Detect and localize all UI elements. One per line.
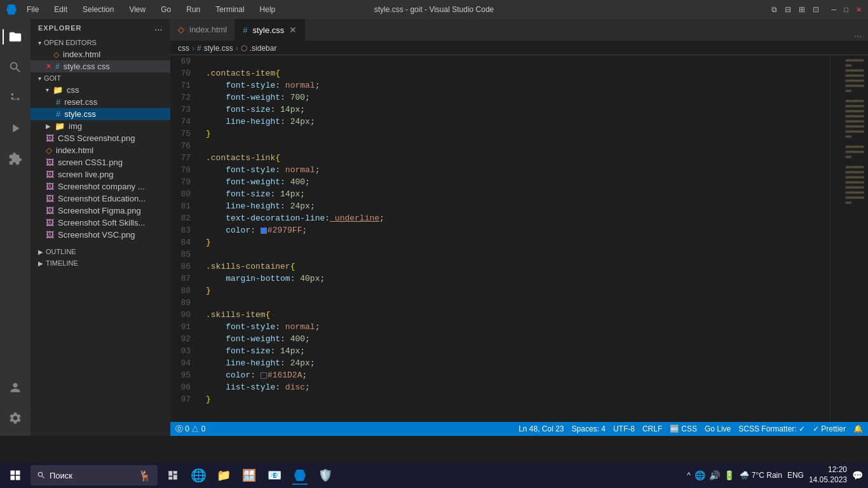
code-line-77: .contacts-link{ (206, 152, 830, 164)
encoding[interactable]: UTF-8 (613, 424, 635, 433)
project-section[interactable]: ▾ GOIT (31, 72, 170, 84)
maximize-button[interactable]: □ (844, 6, 848, 13)
code-line-90: .skills-item{ (206, 309, 830, 321)
app-icon (6, 4, 17, 15)
breadcrumb-css[interactable]: css (178, 44, 189, 53)
split-icon[interactable]: ⊟ (785, 5, 791, 14)
file-css-screenshot[interactable]: 🖼 CSS Screenshot.png (31, 132, 170, 144)
tray-battery[interactable]: 🔋 (724, 470, 735, 480)
activity-source-control[interactable] (3, 85, 28, 111)
tabs-more-button[interactable]: ··· (848, 30, 868, 41)
open-editor-index-html[interactable]: ◇ index.html (31, 48, 170, 60)
tray-network[interactable]: 🌐 (695, 470, 705, 480)
breadcrumb-sep2: › (236, 44, 238, 53)
close-icon[interactable]: ✕ (46, 62, 51, 71)
code-line-75: } (206, 128, 830, 140)
menu-file[interactable]: File (22, 3, 44, 16)
breadcrumb-style-css[interactable]: style.css (204, 44, 233, 53)
main-area: EXPLORER ... ▾ OPEN EDITORS ◇ index.html… (0, 19, 868, 436)
file-style-css[interactable]: # style.css (31, 108, 170, 120)
activity-settings[interactable] (3, 405, 28, 431)
line-numbers: 6970717273 7475767778 7980818283 8485868… (170, 55, 196, 405)
folder-img-arrow: ▶ (46, 123, 51, 130)
file-reset-css[interactable]: # reset.css (31, 96, 170, 108)
code-content[interactable]: .contacts-item{ font-style: normal; font… (196, 55, 830, 405)
open-editors-section[interactable]: ▾ OPEN EDITORS (31, 37, 170, 48)
layout-icon[interactable]: ⧉ (771, 5, 777, 14)
menu-terminal[interactable]: Terminal (210, 3, 249, 16)
tray-volume[interactable]: 🔊 (709, 470, 720, 480)
taskbar-vscode-active[interactable] (290, 465, 310, 485)
search-placeholder: Поиск (50, 471, 72, 480)
activity-extensions[interactable] (3, 146, 28, 172)
breadcrumb-sidebar[interactable]: .sidebar (250, 44, 277, 53)
customize-icon[interactable]: ⊡ (813, 5, 819, 14)
clock[interactable]: 12:20 14.05.2023 (809, 465, 847, 485)
go-live-button[interactable]: Go Live (705, 424, 731, 433)
taskbar-edge[interactable]: 🌐 (188, 465, 208, 485)
notification-center[interactable]: 💬 (852, 470, 863, 480)
file-screenshot-company[interactable]: 🖼 Screenshot company ... (31, 180, 170, 193)
tray-weather[interactable]: 🌧️ 7°C Rain (740, 471, 782, 480)
outline-section[interactable]: ▶ OUTLINE (31, 246, 170, 257)
file-screen-css1[interactable]: 🖼 screen CSS1.png (31, 156, 170, 168)
menu-selection[interactable]: Selection (78, 3, 119, 16)
breadcrumb-class-icon: ⬡ (241, 44, 247, 53)
tab-style-css[interactable]: # style.css ✕ (235, 19, 305, 41)
code-line-70: .contacts-item{ (206, 67, 830, 79)
file-screenshot-vsc[interactable]: 🖼 Screenshot VSC.png (31, 229, 170, 241)
code-line-84: } (206, 236, 830, 248)
tray-arrow[interactable]: ^ (687, 471, 691, 480)
folder-css[interactable]: ▾ 📁 css (31, 84, 170, 96)
file-screen-live[interactable]: 🖼 screen live.png (31, 168, 170, 180)
cursor-position[interactable]: Ln 48, Col 23 (519, 424, 564, 433)
taskbar-search[interactable]: Поиск 🦌 (31, 465, 158, 485)
minimize-button[interactable]: ─ (832, 6, 837, 13)
activity-run-debug[interactable] (3, 116, 28, 141)
menu-go[interactable]: Go (156, 3, 176, 16)
spaces[interactable]: Spaces: 4 (572, 424, 606, 433)
prettier[interactable]: ✓ Prettier (813, 424, 846, 433)
notifications-icon[interactable]: 🔔 (853, 424, 863, 433)
activity-search[interactable] (3, 55, 28, 80)
menu-run[interactable]: Run (181, 3, 205, 16)
menu-view[interactable]: View (124, 3, 151, 16)
activity-avatar[interactable] (3, 375, 28, 400)
task-view-button[interactable] (163, 465, 183, 485)
menu-help[interactable]: Help (255, 3, 281, 16)
editor-container: 6970717273 7475767778 7980818283 8485868… (170, 55, 868, 422)
taskbar-vpn[interactable]: 🛡️ (315, 465, 336, 485)
scss-formatter[interactable]: SCSS Formatter: ✓ (738, 424, 805, 433)
taskbar-mail[interactable]: 📧 (264, 465, 285, 485)
img-icon2: 🖼 (46, 158, 54, 167)
img-icon7: 🖼 (46, 218, 54, 227)
file-screenshot-figma[interactable]: 🖼 Screenshot Figma.png (31, 205, 170, 217)
open-editors-arrow: ▾ (38, 39, 41, 46)
tab-index-html[interactable]: ◇ index.html (170, 19, 235, 41)
activity-files[interactable] (3, 24, 28, 50)
code-line-95: color: #161D2A; (206, 369, 830, 381)
css-icon: # (55, 62, 60, 71)
file-index-html[interactable]: ◇ index.html (31, 144, 170, 156)
open-editor-style-css[interactable]: ✕ # style.css css (31, 60, 170, 72)
tab-close-button[interactable]: ✕ (289, 25, 297, 35)
timeline-section[interactable]: ▶ TIMELINE (31, 257, 170, 269)
menu-edit[interactable]: Edit (49, 3, 72, 16)
taskbar-explorer[interactable]: 📁 (214, 465, 234, 485)
file-screenshot-soft[interactable]: 🖼 Screenshot Soft Skills... (31, 217, 170, 229)
folder-img[interactable]: ▶ 📁 img (31, 120, 170, 132)
start-button[interactable] (5, 465, 25, 485)
close-button[interactable]: ✕ (856, 6, 862, 14)
code-editor[interactable]: 6970717273 7475767778 7980818283 8485868… (170, 55, 830, 422)
deer-icon: 🦌 (139, 470, 151, 482)
error-count[interactable]: ⓪ 0 △ 0 (175, 424, 205, 435)
tray-lang[interactable]: ENG (787, 471, 804, 480)
eol[interactable]: CRLF (642, 424, 662, 433)
panel-icon[interactable]: ⊞ (799, 5, 805, 14)
outline-arrow: ▶ (38, 248, 43, 255)
file-screenshot-education[interactable]: 🖼 Screenshot Education... (31, 193, 170, 205)
tab-index-html-label: index.html (189, 25, 227, 34)
explorer-menu[interactable]: ... (155, 24, 163, 32)
language-mode[interactable]: 🔤 CSS (670, 424, 697, 433)
taskbar-store[interactable]: 🪟 (239, 465, 259, 485)
